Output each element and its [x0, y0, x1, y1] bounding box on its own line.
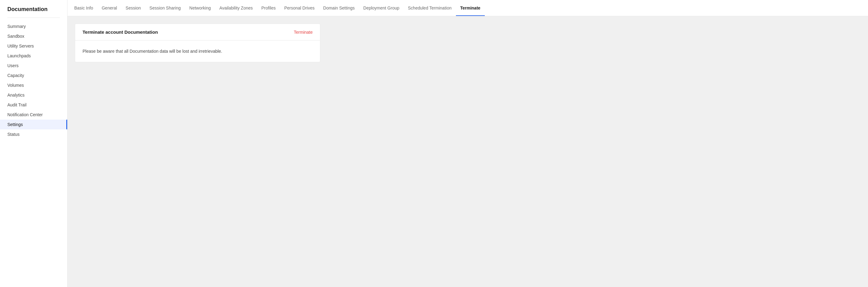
sidebar-title: Documentation	[0, 6, 67, 18]
terminate-card: Terminate account Documentation Terminat…	[75, 24, 320, 62]
card-header: Terminate account Documentation Terminat…	[75, 24, 320, 40]
tab-terminate[interactable]: Terminate	[456, 0, 485, 16]
tab-scheduled-termination[interactable]: Scheduled Termination	[404, 0, 456, 16]
content-area: Terminate account Documentation Terminat…	[67, 16, 868, 287]
sidebar-item-capacity[interactable]: Capacity	[0, 70, 67, 80]
sidebar-item-sandbox[interactable]: Sandbox	[0, 31, 67, 41]
card-body: Please be aware that all Documentation d…	[75, 40, 320, 62]
sidebar-item-analytics[interactable]: Analytics	[0, 90, 67, 100]
main-content: Basic InfoGeneralSessionSession SharingN…	[67, 0, 868, 287]
sidebar-item-notification-center[interactable]: Notification Center	[0, 110, 67, 120]
sidebar-item-volumes[interactable]: Volumes	[0, 80, 67, 90]
tab-deployment-group[interactable]: Deployment Group	[359, 0, 404, 16]
sidebar-item-settings[interactable]: Settings	[0, 120, 67, 129]
tab-availability-zones[interactable]: Availability Zones	[215, 0, 257, 16]
card-body-text: Please be aware that all Documentation d…	[83, 48, 313, 55]
sidebar-divider	[7, 18, 60, 18]
sidebar-item-summary[interactable]: Summary	[0, 22, 67, 31]
sidebar-item-status[interactable]: Status	[0, 129, 67, 139]
sidebar-item-utility-servers[interactable]: Utility Servers	[0, 41, 67, 51]
card-title: Terminate account Documentation	[83, 29, 158, 35]
tab-session[interactable]: Session	[121, 0, 145, 16]
sidebar-item-users[interactable]: Users	[0, 61, 67, 70]
terminate-button[interactable]: Terminate	[294, 30, 313, 35]
tab-networking[interactable]: Networking	[185, 0, 215, 16]
tab-session-sharing[interactable]: Session Sharing	[145, 0, 185, 16]
tab-bar: Basic InfoGeneralSessionSession SharingN…	[67, 0, 868, 16]
sidebar-item-launchpads[interactable]: Launchpads	[0, 51, 67, 61]
tab-basic-info[interactable]: Basic Info	[70, 0, 97, 16]
sidebar-item-audit-trail[interactable]: Audit Trail	[0, 100, 67, 110]
tab-general[interactable]: General	[97, 0, 121, 16]
tab-domain-settings[interactable]: Domain Settings	[319, 0, 359, 16]
tab-profiles[interactable]: Profiles	[257, 0, 280, 16]
tab-personal-drives[interactable]: Personal Drives	[280, 0, 319, 16]
sidebar: Documentation SummarySandboxUtility Serv…	[0, 0, 67, 287]
